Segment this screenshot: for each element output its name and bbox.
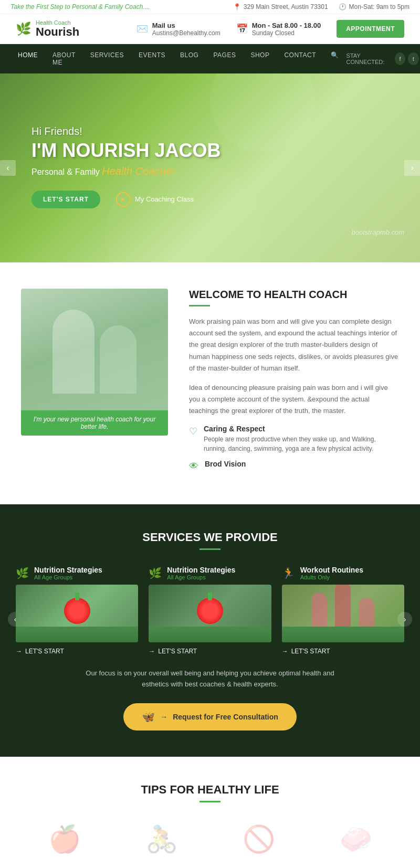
hero-subtitle-text: Personal & Family [32,167,100,176]
hero-section: ‹ Hi Friends! I'M NOURISH JACOB Personal… [0,73,420,262]
nav-item-home[interactable]: HOME [10,44,45,73]
logo-text: Health Coach Nourish [36,19,79,38]
feature-vision-title: Brod Vision [205,460,246,468]
service-card-1: 🌿 Nutrition Strategies All Age Groups LE… [16,566,138,655]
feature-caring-title: Caring & Respect [204,425,399,433]
twitter-icon[interactable]: t [408,52,418,65]
service-image-inner-2 [149,585,271,642]
lets-start-1[interactable]: LET'S START [16,648,138,655]
nav-item-blog[interactable]: BLOG [173,44,206,73]
feature-vision: 👁 Brod Vision [189,460,399,472]
welcome-title: WELCOME TO HEALTH COACH [189,289,399,301]
image-caption: I'm your new personal health coach for y… [21,410,168,436]
appointment-button[interactable]: APPOINTMENT [337,20,404,38]
calendar-icon: 📅 [236,23,248,35]
title-underline [189,305,210,306]
hero-subtitle-em: Health Coacher [102,165,175,177]
person-silhouette-2 [100,325,136,394]
tip-card-4: 🧼 Follow Good Hygiene Denouncing pleasur… [312,818,399,868]
tip-icon-wrap-2: 🚴 [141,818,183,860]
service-image-inner-3 [282,585,404,642]
services-next-button[interactable]: › [397,612,412,627]
feature-caring-desc: People are most productive when they wak… [204,435,399,453]
service-info-1: Nutrition Strategies All Age Groups [34,566,102,580]
workout-icon: 🏃 [282,567,295,579]
service-image-3 [282,585,404,642]
heart-icon: ♡ [189,426,197,437]
logo-icon: 🌿 [16,22,32,36]
tips-underline [200,801,220,802]
service-sub-1: All Age Groups [34,574,102,580]
service-sub-3: Adults Only [300,574,363,580]
person-silhouette-1 [52,310,94,394]
food-icon: 🍎 [48,824,81,854]
service-header-3: 🏃 Workout Routines Adults Only [282,566,404,580]
tip-card-3: 🚫 Avoiding Bad Habits Expounds the actua… [215,818,302,868]
welcome-section: I'm your new personal health coach for y… [0,262,420,504]
nav-item-contact[interactable]: CONTACT [277,44,323,73]
mail-info: ✉️ Mail us Austins@Behealthy.com [136,22,220,37]
consult-icon: 🦋 [142,711,155,723]
hours-sub: Sunday Closed [252,29,295,37]
tip-card-1: 🍎 Eat Healthy Food How all this mistaken… [21,818,108,868]
nav-item-shop[interactable]: SHOP [243,44,277,73]
tip-card-2: 🚴 Exercise Regularly Complete account of… [118,818,205,868]
service-sub-2: All Age Groups [167,574,235,580]
service-name-3: Workout Routines [300,566,363,574]
feature-caring-content: Caring & Respect People are most product… [204,425,399,453]
nav-links: HOME ABOUT ME SERVICES EVENTS BLOG PAGES… [10,44,346,73]
tip-icon-wrap-3: 🚫 [238,818,280,860]
hero-next-button[interactable]: › [404,160,420,176]
location-icon: 📍 [233,3,241,10]
hero-name: I'M NOURISH JACOB [32,140,221,161]
nutrition-icon-2: 🌿 [149,567,162,579]
header: 🌿 Health Coach Nourish ✉️ Mail us Austin… [0,14,420,44]
stay-connected-label: STAY CONNECTED: [346,52,392,65]
nav-search[interactable]: 🔍 [323,44,346,73]
hero-greeting: Hi Friends! [32,125,221,137]
services-underline [200,548,220,550]
welcome-content: WELCOME TO HEALTH COACH Work praising pa… [189,289,399,478]
navbar: HOME ABOUT ME SERVICES EVENTS BLOG PAGES… [0,44,420,73]
watermark: bootstrapmb.com [352,228,404,236]
mail-icon: ✉️ [136,23,148,35]
welcome-image: I'm your new personal health coach for y… [21,289,168,436]
facebook-icon[interactable]: f [395,52,405,65]
food-decor-1 [64,598,90,624]
hero-subtitle: Personal & Family Health Coacher [32,165,221,177]
nav-item-events[interactable]: EVENTS [131,44,173,73]
social-links: STAY CONNECTED: f t in ⊕ [346,52,420,65]
lets-start-button[interactable]: LET'S START [32,190,100,208]
top-bar-right: 📍 329 Main Street, Austin 73301 🕐 Mon-Sa… [233,3,410,10]
no-habit-icon: 🚫 [243,824,275,854]
service-name-1: Nutrition Strategies [34,566,102,574]
services-title: SERVICES WE PROVIDE [16,531,404,544]
food-decor-2 [197,598,223,624]
grass-1 [16,627,138,642]
services-section: SERVICES WE PROVIDE ‹ 🌿 Nutrition Strate… [0,504,420,757]
service-info-3: Workout Routines Adults Only [300,566,363,580]
hours-label: Mon - Sat 8.00 - 18.00 [252,22,321,29]
hours-details: Mon - Sat 8.00 - 18.00 Sunday Closed [252,22,321,37]
service-image-2 [149,585,271,642]
exercise-icon: 🚴 [145,824,178,854]
service-card-2: 🌿 Nutrition Strategies All Age Groups LE… [149,566,271,655]
coaching-class-button[interactable]: ▶ My Coaching Class [108,188,202,211]
mail-address: Austins@Behealthy.com [152,29,220,37]
grass-2 [149,627,271,642]
nav-item-services[interactable]: SERVICES [83,44,131,73]
lets-start-2[interactable]: LET'S START [149,648,271,655]
nav-item-about[interactable]: ABOUT ME [45,44,83,73]
nav-item-pages[interactable]: PAGES [206,44,243,73]
logo[interactable]: 🌿 Health Coach Nourish [16,19,79,38]
tip-icon-wrap-1: 🍎 [44,818,86,860]
lets-start-3[interactable]: LET'S START [282,648,404,655]
service-header-1: 🌿 Nutrition Strategies All Age Groups [16,566,138,580]
mail-label: Mail us [152,22,220,29]
consult-button[interactable]: 🦋 → Request for Free Consultation [123,703,297,731]
silhouette [52,310,136,415]
tips-grid: 🍎 Eat Healthy Food How all this mistaken… [21,818,399,868]
services-tagline: Our focus is on your overall well being … [79,668,341,690]
mail-details: Mail us Austins@Behealthy.com [152,22,220,37]
hours-info: 📅 Mon - Sat 8.00 - 18.00 Sunday Closed [236,22,321,37]
